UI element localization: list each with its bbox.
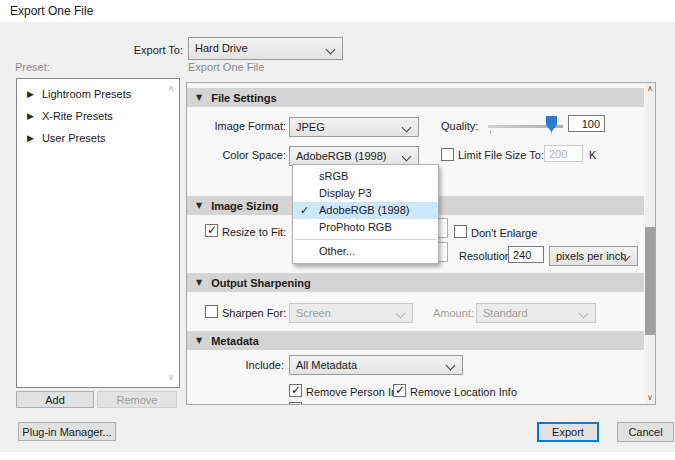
scroll-up-icon[interactable]: ∧ [645, 83, 655, 95]
menu-item-other[interactable]: Other... [293, 243, 438, 260]
menu-item-label: ProPhoto RGB [319, 221, 392, 233]
section-output-sharpening[interactable]: ▼ Output Sharpening [187, 273, 644, 292]
preset-item-lightroom[interactable]: ▶ Lightroom Presets [27, 85, 131, 103]
menu-separator [295, 239, 436, 240]
resolution-unit-value: pixels per inch [556, 250, 626, 262]
quality-slider-thumb[interactable] [546, 116, 557, 132]
chevron-down-icon [579, 309, 589, 319]
menu-item-label: Display P3 [319, 187, 372, 199]
export-to-select[interactable]: Hard Drive [188, 37, 343, 60]
export-dialog: Export One File Export To: Hard Drive Pr… [0, 0, 675, 460]
include-label: Include: [234, 359, 284, 371]
settings-panel: ▼ File Settings Image Format: JPEG Quali… [186, 82, 656, 405]
remove-location-checkbox[interactable]: ✓ [393, 384, 406, 397]
sharpen-for-value: Screen [296, 307, 331, 319]
chevron-down-icon [402, 152, 412, 162]
resolution-unit-select[interactable]: pixels per inch [549, 246, 638, 266]
limit-file-size-checkbox[interactable] [441, 148, 454, 161]
image-format-label: Image Format: [202, 120, 286, 132]
resolution-input[interactable] [508, 246, 544, 263]
preset-item-label: User Presets [42, 132, 106, 144]
preset-item-label: Lightroom Presets [42, 88, 131, 100]
expand-triangle-icon[interactable]: ▶ [27, 111, 34, 121]
chevron-down-icon [446, 361, 456, 371]
export-to-value: Hard Drive [195, 42, 248, 54]
plugin-manager-button[interactable]: Plug-in Manager... [18, 422, 116, 441]
panel-title: Export One File [188, 61, 264, 73]
remove-location-label: Remove Location Info [410, 386, 517, 398]
expand-triangle-icon[interactable]: ▶ [27, 133, 34, 143]
limit-file-size-unit: K [589, 149, 596, 161]
collapse-triangle-icon: ▼ [196, 278, 202, 287]
limit-file-size-label: Limit File Size To: [458, 149, 544, 161]
section-label: File Settings [211, 92, 276, 104]
collapse-triangle-icon: ▼ [196, 93, 202, 102]
section-label: Metadata [211, 335, 259, 347]
slider-tick [490, 131, 491, 134]
add-button[interactable]: Add [16, 391, 94, 408]
collapse-triangle-icon: ▼ [196, 336, 202, 345]
resolution-label: Resolution: [459, 250, 514, 262]
scroll-up-icon[interactable]: ∧ [165, 83, 177, 93]
menu-item-label: sRGB [319, 170, 348, 182]
sharpen-for-checkbox[interactable] [205, 305, 218, 318]
expand-triangle-icon[interactable]: ▶ [27, 89, 34, 99]
scrollbar-thumb[interactable] [645, 227, 655, 335]
cancel-button[interactable]: Cancel [617, 422, 674, 442]
color-space-value: AdobeRGB (1998) [296, 150, 387, 162]
preset-item-user[interactable]: ▶ User Presets [27, 129, 106, 147]
scroll-down-icon[interactable]: ∨ [645, 392, 655, 404]
export-to-label: Export To: [83, 44, 183, 56]
checkmark-icon: ✓ [300, 202, 309, 219]
chevron-down-icon [326, 45, 336, 55]
amount-label: Amount: [433, 307, 474, 319]
quality-input[interactable] [568, 115, 605, 132]
limit-file-size-input[interactable] [544, 145, 583, 162]
include-value: All Metadata [296, 359, 357, 371]
menu-item-adobergb[interactable]: ✓ AdobeRGB (1998) [293, 202, 438, 219]
remove-button[interactable]: Remove [97, 391, 177, 408]
partial-checkbox[interactable] [289, 402, 302, 405]
color-space-label: Color Space: [202, 149, 286, 161]
section-metadata[interactable]: ▼ Metadata [187, 331, 644, 350]
menu-item-label: Other... [319, 245, 355, 257]
image-format-value: JPEG [296, 121, 325, 133]
panel-scrollbar[interactable]: ∧ ∨ [645, 83, 655, 404]
amount-value: Standard [483, 307, 528, 319]
resize-to-fit-label: Resize to Fit: [222, 226, 286, 238]
menu-item-label: AdobeRGB (1998) [319, 204, 410, 216]
checkmark-icon: ✓ [291, 383, 301, 397]
chevron-down-icon [402, 123, 412, 133]
resize-to-fit-checkbox[interactable]: ✓ [205, 224, 218, 237]
preset-list: ▶ Lightroom Presets ▶ X-Rite Presets ▶ U… [16, 78, 180, 388]
section-file-settings[interactable]: ▼ File Settings [187, 88, 644, 107]
window-title: Export One File [10, 4, 93, 18]
section-label: Output Sharpening [211, 277, 311, 289]
dont-enlarge-checkbox[interactable] [454, 225, 467, 238]
menu-item-display-p3[interactable]: Display P3 [293, 185, 438, 202]
menu-item-srgb[interactable]: sRGB [293, 168, 438, 185]
sharpen-for-select[interactable]: Screen [289, 303, 413, 323]
quality-label: Quality: [441, 120, 478, 132]
color-space-menu: sRGB Display P3 ✓ AdobeRGB (1998) ProPho… [292, 164, 439, 264]
include-select[interactable]: All Metadata [289, 355, 463, 375]
title-bar: Export One File [0, 0, 675, 22]
export-button[interactable]: Export [537, 422, 599, 442]
collapse-triangle-icon: ▼ [196, 201, 202, 210]
sharpen-for-label: Sharpen For: [222, 307, 286, 319]
scroll-down-icon[interactable]: ∨ [165, 372, 177, 382]
preset-label: Preset: [15, 61, 50, 73]
preset-item-label: X-Rite Presets [42, 110, 113, 122]
preset-item-xrite[interactable]: ▶ X-Rite Presets [27, 107, 113, 125]
image-format-select[interactable]: JPEG [289, 117, 419, 137]
remove-person-checkbox[interactable]: ✓ [289, 384, 302, 397]
menu-item-prophoto[interactable]: ProPhoto RGB [293, 219, 438, 236]
checkmark-icon: ✓ [207, 223, 217, 237]
chevron-down-icon [396, 309, 406, 319]
color-space-select[interactable]: AdobeRGB (1998) [289, 146, 419, 166]
checkmark-icon: ✓ [395, 383, 405, 397]
amount-select[interactable]: Standard [476, 303, 596, 323]
dont-enlarge-label: Don't Enlarge [471, 227, 537, 239]
section-label: Image Sizing [211, 200, 278, 212]
remove-person-label: Remove Person Info [306, 386, 406, 398]
